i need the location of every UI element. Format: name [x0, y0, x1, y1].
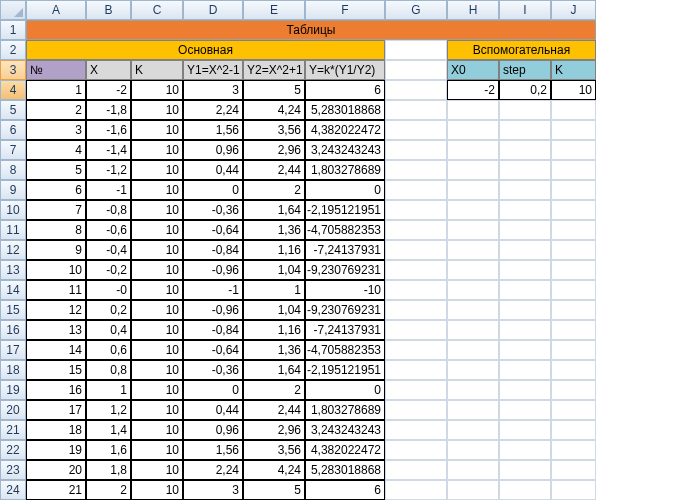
- cell-C21[interactable]: 10: [131, 420, 183, 440]
- cell-B23[interactable]: 1,8: [86, 460, 131, 480]
- cell-E14[interactable]: 1: [243, 280, 305, 300]
- cell-B10[interactable]: -0,8: [86, 200, 131, 220]
- cell-F14[interactable]: -10: [305, 280, 385, 300]
- cell-A14[interactable]: 11: [26, 280, 86, 300]
- cell-A8[interactable]: 5: [26, 160, 86, 180]
- cell-F13[interactable]: -9,230769231: [305, 260, 385, 280]
- cell-J8[interactable]: [551, 160, 596, 180]
- col-header-G[interactable]: G: [385, 0, 447, 20]
- row-header-22[interactable]: 22: [0, 440, 26, 460]
- col-y[interactable]: Y=k*(Y1/Y2): [305, 60, 385, 80]
- cell-F11[interactable]: -4,705882353: [305, 220, 385, 240]
- cell-E5[interactable]: 4,24: [243, 100, 305, 120]
- title-cell[interactable]: Таблицы: [26, 20, 596, 40]
- cell-I20[interactable]: [499, 400, 551, 420]
- cell-I7[interactable]: [499, 140, 551, 160]
- cell-A19[interactable]: 16: [26, 380, 86, 400]
- cell-C7[interactable]: 10: [131, 140, 183, 160]
- cell-D22[interactable]: 1,56: [183, 440, 243, 460]
- cell-C20[interactable]: 10: [131, 400, 183, 420]
- cell-A6[interactable]: 3: [26, 120, 86, 140]
- cell-G21[interactable]: [385, 420, 447, 440]
- main-table-header[interactable]: Основная: [26, 40, 385, 60]
- cell-A23[interactable]: 20: [26, 460, 86, 480]
- cell-C9[interactable]: 10: [131, 180, 183, 200]
- cell-I5[interactable]: [499, 100, 551, 120]
- row-header-4[interactable]: 4: [0, 80, 26, 100]
- cell-E7[interactable]: 2,96: [243, 140, 305, 160]
- cell-D12[interactable]: -0,84: [183, 240, 243, 260]
- cell-J7[interactable]: [551, 140, 596, 160]
- cell-G7[interactable]: [385, 140, 447, 160]
- cell-I24[interactable]: [499, 480, 551, 500]
- row-header-10[interactable]: 10: [0, 200, 26, 220]
- cell-C5[interactable]: 10: [131, 100, 183, 120]
- cell-A16[interactable]: 13: [26, 320, 86, 340]
- col-header-D[interactable]: D: [183, 0, 243, 20]
- col-k2[interactable]: K: [551, 60, 596, 80]
- cell-H8[interactable]: [447, 160, 499, 180]
- cell-I9[interactable]: [499, 180, 551, 200]
- cell-A21[interactable]: 18: [26, 420, 86, 440]
- cell-D15[interactable]: -0,96: [183, 300, 243, 320]
- cell-I10[interactable]: [499, 200, 551, 220]
- cell-G14[interactable]: [385, 280, 447, 300]
- cell-D24[interactable]: 3: [183, 480, 243, 500]
- cell-C16[interactable]: 10: [131, 320, 183, 340]
- col-header-H[interactable]: H: [447, 0, 499, 20]
- cell-A22[interactable]: 19: [26, 440, 86, 460]
- cell-G3[interactable]: [385, 60, 447, 80]
- row-header-24[interactable]: 24: [0, 480, 26, 500]
- cell-J18[interactable]: [551, 360, 596, 380]
- cell-I14[interactable]: [499, 280, 551, 300]
- row-header-17[interactable]: 17: [0, 340, 26, 360]
- cell-J20[interactable]: [551, 400, 596, 420]
- cell-F4[interactable]: 6: [305, 80, 385, 100]
- row-header-8[interactable]: 8: [0, 160, 26, 180]
- row-header-6[interactable]: 6: [0, 120, 26, 140]
- cell-J9[interactable]: [551, 180, 596, 200]
- cell-G4[interactable]: [385, 80, 447, 100]
- row-header-16[interactable]: 16: [0, 320, 26, 340]
- cell-B13[interactable]: -0,2: [86, 260, 131, 280]
- cell-E15[interactable]: 1,04: [243, 300, 305, 320]
- cell-D20[interactable]: 0,44: [183, 400, 243, 420]
- cell-J23[interactable]: [551, 460, 596, 480]
- cell-H7[interactable]: [447, 140, 499, 160]
- cell-D14[interactable]: -1: [183, 280, 243, 300]
- cell-C12[interactable]: 10: [131, 240, 183, 260]
- cell-B9[interactable]: -1: [86, 180, 131, 200]
- row-header-20[interactable]: 20: [0, 400, 26, 420]
- cell-B19[interactable]: 1: [86, 380, 131, 400]
- cell-B12[interactable]: -0,4: [86, 240, 131, 260]
- cell-F10[interactable]: -2,195121951: [305, 200, 385, 220]
- cell-J24[interactable]: [551, 480, 596, 500]
- col-header-J[interactable]: J: [551, 0, 596, 20]
- cell-C8[interactable]: 10: [131, 160, 183, 180]
- cell-E8[interactable]: 2,44: [243, 160, 305, 180]
- cell-F16[interactable]: -7,24137931: [305, 320, 385, 340]
- cell-J17[interactable]: [551, 340, 596, 360]
- cell-H4[interactable]: -2: [447, 80, 499, 100]
- col-header-B[interactable]: B: [86, 0, 131, 20]
- cell-E17[interactable]: 1,36: [243, 340, 305, 360]
- cell-C23[interactable]: 10: [131, 460, 183, 480]
- cell-I18[interactable]: [499, 360, 551, 380]
- cell-B8[interactable]: -1,2: [86, 160, 131, 180]
- cell-D5[interactable]: 2,24: [183, 100, 243, 120]
- col-header-F[interactable]: F: [305, 0, 385, 20]
- col-header-A[interactable]: A: [26, 0, 86, 20]
- cell-F18[interactable]: -2,195121951: [305, 360, 385, 380]
- cell-I8[interactable]: [499, 160, 551, 180]
- cell-I6[interactable]: [499, 120, 551, 140]
- cell-D11[interactable]: -0,64: [183, 220, 243, 240]
- cell-H11[interactable]: [447, 220, 499, 240]
- cell-B20[interactable]: 1,2: [86, 400, 131, 420]
- cell-E6[interactable]: 3,56: [243, 120, 305, 140]
- cell-D6[interactable]: 1,56: [183, 120, 243, 140]
- cell-I17[interactable]: [499, 340, 551, 360]
- cell-B7[interactable]: -1,4: [86, 140, 131, 160]
- cell-F12[interactable]: -7,24137931: [305, 240, 385, 260]
- cell-C14[interactable]: 10: [131, 280, 183, 300]
- cell-A5[interactable]: 2: [26, 100, 86, 120]
